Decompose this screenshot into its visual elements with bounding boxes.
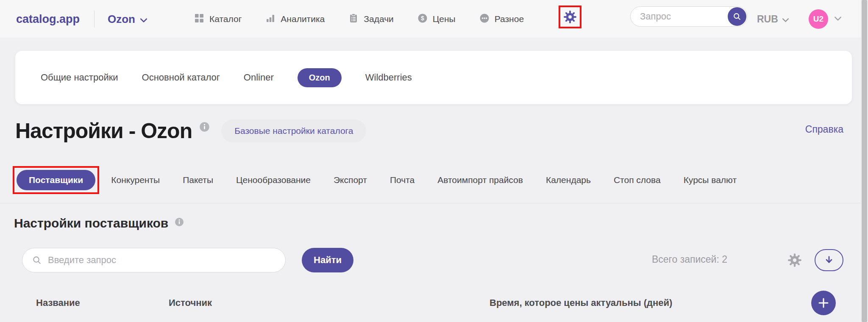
search-button[interactable] [728,7,746,26]
tab-suppliers[interactable]: Поставщики [17,170,95,190]
nav-item-prices[interactable]: $ Цены [417,13,456,25]
chevron-down-icon [782,14,789,25]
info-icon[interactable] [174,217,184,227]
tasks-icon [348,13,359,25]
app-window: catalog.app Ozon Каталог Аналитика [0,0,868,322]
divider [94,11,95,28]
marketplace-tabs-card: Общие настройки Основной каталог Onliner… [15,51,852,104]
workspace-label: Ozon [108,13,135,26]
main-navigation: Каталог Аналитика Задачи $ Цены [194,0,524,38]
global-search-input[interactable] [640,11,712,22]
user-menu[interactable]: U2 [809,0,842,38]
tab-export[interactable]: Экспорт [334,175,367,185]
scrollbar-thumb[interactable] [862,0,867,322]
find-button[interactable]: Найти [302,248,353,272]
svg-text:$: $ [421,15,424,22]
add-supplier-button[interactable] [811,291,836,315]
grid-icon [194,13,204,25]
search-icon [732,12,742,21]
column-header-name[interactable]: Название [36,297,80,308]
suppliers-search-input[interactable] [48,255,251,266]
avatar: U2 [809,9,828,29]
global-search [630,6,748,27]
tab-general-settings[interactable]: Общие настройки [41,72,118,83]
tab-main-catalog[interactable]: Основной каталог [142,72,220,83]
chevron-down-icon [140,13,147,26]
tab-pricing[interactable]: Ценообразование [236,175,311,185]
dollar-icon: $ [417,13,428,25]
tab-ozon[interactable]: Ozon [298,68,342,87]
nav-item-label: Задачи [364,14,394,24]
tab-onliner[interactable]: Onliner [244,72,274,83]
tab-currencies[interactable]: Курсы валют [684,175,737,185]
nav-item-tasks[interactable]: Задачи [348,13,394,25]
gear-icon[interactable] [787,253,802,267]
nav-item-catalog[interactable]: Каталог [194,13,242,25]
top-navbar: catalog.app Ozon Каталог Аналитика [0,0,868,38]
plus-icon [817,297,830,309]
bar-chart-icon [265,13,275,25]
nav-item-misc[interactable]: Разное [479,13,524,25]
search-icon [32,255,42,265]
tab-competitors[interactable]: Конкуренты [111,175,160,185]
info-icon[interactable] [199,121,210,133]
workspace-dropdown[interactable]: Ozon [108,0,147,38]
scrollbar-track[interactable] [861,0,868,322]
suppliers-section-header: Настройки поставщиков [14,216,184,230]
nav-item-analytics[interactable]: Аналитика [265,13,325,25]
nav-item-label: Разное [495,14,524,24]
column-header-price-freshness[interactable]: Время, которое цены актуальны (дней) [490,297,672,308]
page-header: Настройки - Ozon Базовые настройки катал… [15,119,366,143]
settings-highlight-box [559,6,581,28]
tab-wildberries[interactable]: Wildberries [365,72,412,83]
divider [0,203,861,203]
catalog-settings-badge[interactable]: Базовые настройки каталога [221,119,366,142]
tab-packages[interactable]: Пакеты [183,175,213,185]
page-title: Настройки - Ozon [15,119,192,143]
suppliers-search [22,248,286,272]
settings-tabs: Поставщики Конкуренты Пакеты Ценообразов… [13,166,737,194]
tab-calendar[interactable]: Календарь [546,175,591,185]
currency-label: RUB [757,14,778,25]
app-logo[interactable]: catalog.app [16,0,80,38]
nav-item-label: Цены [433,14,456,24]
section-title: Настройки поставщиков [14,216,168,230]
download-arrow-icon [823,255,835,266]
tab-mail[interactable]: Почта [390,175,415,185]
nav-item-label: Аналитика [281,14,325,24]
records-total: Всего записей: 2 [652,254,727,265]
chevron-down-icon [834,15,842,23]
column-header-source[interactable]: Источник [169,297,212,308]
help-link[interactable]: Справка [805,124,843,135]
download-button[interactable] [815,249,843,271]
suppliers-highlight-box: Поставщики [13,166,99,194]
nav-item-label: Каталог [209,14,242,24]
currency-dropdown[interactable]: RUB [757,0,789,38]
ellipsis-icon [479,13,490,25]
tab-stopwords[interactable]: Стоп слова [614,175,661,185]
tab-autoimport[interactable]: Автоимпорт прайсов [437,175,523,185]
gear-icon[interactable] [563,10,577,24]
